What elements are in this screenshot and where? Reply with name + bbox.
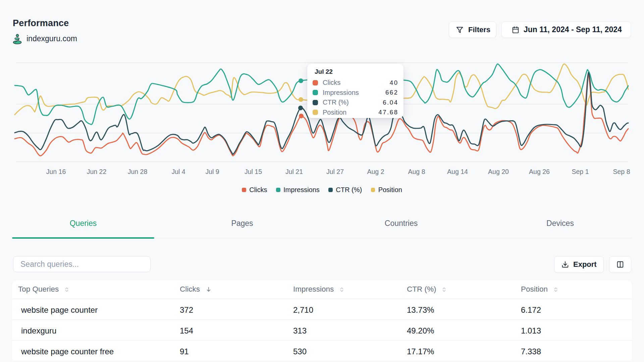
svg-text:Aug 2: Aug 2 xyxy=(367,168,384,175)
svg-text:Jul 27: Jul 27 xyxy=(326,168,344,175)
svg-text:Jul 21: Jul 21 xyxy=(285,168,303,175)
svg-text:Sep 8: Sep 8 xyxy=(613,168,630,175)
svg-text:Aug 26: Aug 26 xyxy=(529,168,550,175)
svg-text:Aug 14: Aug 14 xyxy=(447,168,468,175)
svg-text:Jun 28: Jun 28 xyxy=(128,168,148,175)
svg-text:Jun 16: Jun 16 xyxy=(46,168,66,175)
svg-text:Sep 1: Sep 1 xyxy=(572,168,589,175)
svg-text:Jul 9: Jul 9 xyxy=(205,168,219,175)
svg-text:Jul 4: Jul 4 xyxy=(171,168,185,175)
svg-text:Aug 20: Aug 20 xyxy=(488,168,509,175)
svg-text:Jul 15: Jul 15 xyxy=(245,168,262,175)
svg-text:Aug 8: Aug 8 xyxy=(408,168,425,175)
svg-text:Jun 22: Jun 22 xyxy=(87,168,107,175)
